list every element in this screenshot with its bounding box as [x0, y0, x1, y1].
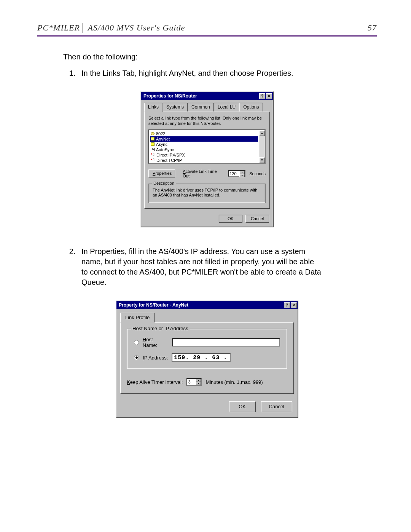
step-2: In Properties, fill in the AS/400's IP a… [78, 246, 321, 288]
window-title: Property for NS/Router - AnyNet [119, 302, 283, 308]
spin-up-icon[interactable]: ▲ [196, 379, 201, 382]
tab-common[interactable]: Common [188, 103, 214, 112]
ok-button[interactable]: OK [229, 401, 256, 412]
tabs-row: Links Systems Common Local LU Options [141, 100, 273, 112]
scroll-track[interactable] [259, 136, 265, 157]
timeout-input[interactable] [229, 171, 239, 176]
instruction-text: Select a link type from the following li… [148, 116, 266, 126]
dialog-anynet-property: Property for NS/Router - AnyNet ? × Link… [116, 300, 298, 418]
step-1: In the Links Tab, highlight AnyNet, and … [78, 68, 321, 78]
ip-input[interactable] [172, 353, 231, 362]
tab-links[interactable]: Links [144, 103, 162, 112]
autosync-icon [151, 148, 155, 151]
description-text: The AnyNet link driver uses TCP/IP to co… [153, 188, 261, 198]
ip-label: IP Address: [143, 355, 168, 361]
ipx-icon [151, 153, 155, 157]
spin-up-icon[interactable]: ▲ [239, 171, 245, 174]
header-rule [37, 35, 377, 37]
tab-panel-links: Select a link type from the following li… [144, 112, 270, 209]
cancel-button[interactable]: Cancel [245, 215, 269, 223]
keepalive-input[interactable] [187, 379, 196, 385]
keepalive-label: Keep Alive Timer Interval: [127, 379, 183, 385]
list-item[interactable]: Async [150, 142, 258, 147]
tab-systems[interactable]: Systems [162, 103, 188, 112]
running-title: PC*MILER│ AS/400 MVS User's Guide [37, 23, 185, 33]
help-icon[interactable]: ? [284, 302, 290, 308]
cancel-button[interactable]: Cancel [261, 401, 292, 412]
ring-icon [151, 132, 155, 135]
description-fieldset: Description The AnyNet link driver uses … [148, 184, 266, 203]
tcp-icon [151, 158, 155, 162]
tab-options[interactable]: Options [239, 103, 263, 112]
close-icon[interactable]: × [266, 93, 272, 99]
fieldset-legend: Host Name or IP Address [131, 326, 190, 331]
timeout-label: Activate Link Time Out: [183, 169, 224, 178]
ok-button[interactable]: OK [219, 215, 242, 223]
intro-text: Then do the following: [63, 52, 337, 62]
close-icon[interactable]: × [291, 302, 297, 308]
keepalive-unit: Minutes (min. 1,max. 999) [206, 379, 263, 385]
async-icon [151, 142, 155, 146]
timeout-spinner[interactable]: ▲▼ [228, 170, 245, 177]
anynet-icon [151, 137, 155, 141]
tab-link-profile[interactable]: Link Profile [120, 313, 155, 323]
hostname-label: Host Name: [143, 337, 168, 348]
scrollbar[interactable]: ▲ ▼ [259, 130, 265, 163]
list-item[interactable]: AnyNet [150, 136, 258, 142]
radio-hostname[interactable] [134, 340, 139, 345]
dialog-nsrouter-properties: Properties for NS/Router ? × Links Syste… [140, 91, 274, 227]
scroll-up-icon[interactable]: ▲ [259, 130, 265, 136]
titlebar[interactable]: Properties for NS/Router ? × [141, 92, 273, 100]
tab-panel-link-profile: Host Name or IP Address Host Name: IP Ad… [120, 322, 294, 394]
spin-down-icon[interactable]: ▼ [196, 382, 201, 385]
list-item[interactable]: Direct TCP/IP [150, 158, 258, 163]
titlebar[interactable]: Property for NS/Router - AnyNet ? × [116, 301, 298, 309]
list-item[interactable]: 8022 [150, 131, 258, 136]
timeout-unit: Seconds [249, 171, 266, 176]
list-item[interactable]: Direct IPX/SPX [150, 152, 258, 158]
page-number: 57 [368, 23, 377, 33]
keepalive-spinner[interactable]: ▲▼ [186, 378, 202, 386]
scroll-down-icon[interactable]: ▼ [259, 157, 265, 163]
window-title: Properties for NS/Router [143, 93, 258, 99]
host-or-ip-fieldset: Host Name or IP Address Host Name: IP Ad… [127, 329, 287, 369]
description-legend: Description [152, 181, 176, 185]
hostname-input[interactable] [172, 338, 280, 347]
radio-ip[interactable] [134, 355, 139, 360]
tab-local-lu[interactable]: Local LU [214, 103, 239, 112]
link-type-listbox[interactable]: 8022 AnyNet Async AutoSync Direct IPX/SP… [148, 129, 266, 164]
list-item[interactable]: AutoSync [150, 147, 258, 152]
spin-down-icon[interactable]: ▼ [239, 174, 245, 177]
help-icon[interactable]: ? [259, 93, 265, 99]
properties-button[interactable]: Properties [148, 169, 175, 177]
